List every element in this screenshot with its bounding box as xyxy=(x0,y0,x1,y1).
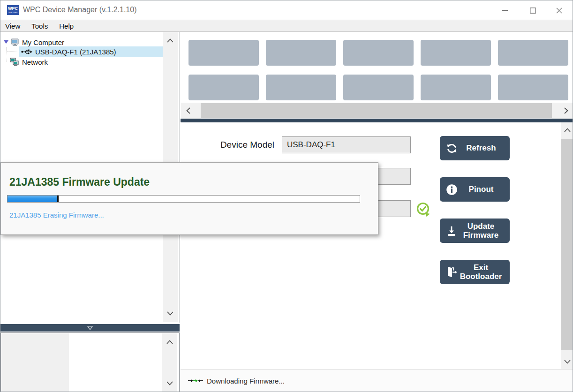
firmware-up-to-date-icon xyxy=(416,202,431,219)
refresh-icon xyxy=(445,142,458,155)
dialog-title: 21JA1385 Firmware Update xyxy=(9,176,150,188)
chevron-up-icon xyxy=(564,128,571,132)
maximize-icon xyxy=(530,8,536,14)
update-firmware-button[interactable]: Update Firmware xyxy=(440,219,510,243)
app-logo-subtext: SYSTEMS xyxy=(7,12,19,14)
exit-door-icon xyxy=(445,265,458,279)
expander-arrow-icon[interactable] xyxy=(3,40,9,45)
update-button-line2: Firmware xyxy=(458,231,504,240)
tiles-scroll-right-arrow[interactable] xyxy=(559,104,573,117)
status-bar-text: Downloading Firmware... xyxy=(207,377,285,385)
pinout-button[interactable]: Pinout xyxy=(440,177,510,202)
tree-item-label: My Computer xyxy=(22,38,64,46)
exit-bootloader-button[interactable]: Exit Bootloader xyxy=(440,260,510,284)
tree-item-my-computer[interactable]: My Computer xyxy=(3,37,64,47)
exit-button-line2: Bootloader xyxy=(458,272,504,281)
close-button[interactable] xyxy=(548,0,570,20)
usb-icon xyxy=(21,49,32,55)
app-logo-text: WPC xyxy=(8,6,18,11)
tree-connector-line xyxy=(7,52,19,52)
placeholder-tile[interactable] xyxy=(343,40,414,66)
tree-item-label: Network xyxy=(22,58,48,66)
tree-item-network[interactable]: Network xyxy=(10,57,48,67)
menu-bar: View Tools Help xyxy=(0,20,573,32)
placeholder-tile[interactable] xyxy=(498,75,568,100)
panel-splitter[interactable] xyxy=(0,324,180,332)
firmware-progress-bar xyxy=(7,195,360,203)
tree-scroll-down-arrow[interactable] xyxy=(163,307,178,320)
data-transfer-arrows-icon xyxy=(188,377,203,385)
log-panel-gutter xyxy=(1,333,69,392)
placeholder-tile[interactable] xyxy=(266,75,336,100)
menu-view[interactable]: View xyxy=(0,20,26,32)
firmware-update-dialog: 21JA1385 Firmware Update 21JA1385 Erasin… xyxy=(0,162,378,235)
info-icon xyxy=(445,183,458,196)
device-detail-panel xyxy=(181,122,573,369)
progress-fill xyxy=(8,196,57,202)
chevron-right-icon xyxy=(564,107,568,114)
title-bar: WPC SYSTEMS WPC Device Manager (v.1.2.1.… xyxy=(0,0,573,20)
placeholder-tile[interactable] xyxy=(421,40,491,66)
pinout-button-label: Pinout xyxy=(458,185,504,194)
tree-connector-line xyxy=(7,47,7,62)
app-logo: WPC SYSTEMS xyxy=(7,5,19,15)
placeholder-tile[interactable] xyxy=(498,40,568,66)
refresh-button[interactable]: Refresh xyxy=(440,136,510,160)
section-separator xyxy=(181,119,573,122)
menu-help[interactable]: Help xyxy=(53,20,79,32)
placeholder-tile[interactable] xyxy=(421,75,491,100)
tiles-scroll-left-arrow[interactable] xyxy=(181,104,195,117)
placeholder-tile[interactable] xyxy=(266,40,336,66)
progress-cursor xyxy=(57,196,59,202)
log-scroll-up-arrow[interactable] xyxy=(162,335,177,348)
chevron-down-icon xyxy=(564,360,571,364)
device-model-field[interactable]: USB-DAQ-F1 xyxy=(282,136,411,153)
detail-v-scrollbar-thumb[interactable] xyxy=(561,139,573,350)
exit-button-line1: Exit xyxy=(458,263,504,272)
network-icon xyxy=(10,58,19,66)
chevron-down-icon xyxy=(166,381,173,385)
log-scroll-down-arrow[interactable] xyxy=(162,377,177,390)
detail-scroll-up-arrow[interactable] xyxy=(561,124,573,136)
computer-icon xyxy=(11,38,19,46)
status-bar: Downloading Firmware... xyxy=(181,369,573,392)
download-icon xyxy=(445,225,458,237)
close-icon xyxy=(556,8,562,14)
maximize-button[interactable] xyxy=(522,0,543,20)
placeholder-tile[interactable] xyxy=(188,75,259,100)
minimize-button[interactable] xyxy=(494,0,515,20)
collapse-triangle-icon xyxy=(87,326,93,330)
tree-item-usb-daq-f1[interactable]: USB-DAQ-F1 (21JA1385) xyxy=(19,46,163,57)
chevron-down-icon xyxy=(167,311,173,316)
chevron-up-icon xyxy=(166,340,173,344)
menu-tools[interactable]: Tools xyxy=(26,20,53,32)
log-panel xyxy=(0,332,180,392)
detail-scroll-down-arrow[interactable] xyxy=(561,355,573,368)
tree-scroll-up-arrow[interactable] xyxy=(163,34,178,47)
minimize-icon xyxy=(502,8,508,14)
dialog-status-text: 21JA1385 Erasing Firmware... xyxy=(9,211,104,219)
placeholder-tile[interactable] xyxy=(188,40,259,66)
device-model-label: Device Model xyxy=(181,140,274,150)
chevron-up-icon xyxy=(167,38,173,43)
refresh-button-label: Refresh xyxy=(458,143,504,153)
chevron-left-icon xyxy=(186,107,190,114)
window-title: WPC Device Manager (v.1.2.1.10) xyxy=(23,6,136,14)
tree-item-label: USB-DAQ-F1 (21JA1385) xyxy=(35,48,116,56)
channel-tile-grid xyxy=(181,32,573,103)
placeholder-tile[interactable] xyxy=(343,75,414,100)
tiles-h-scrollbar-thumb[interactable] xyxy=(201,103,552,118)
update-button-line1: Update xyxy=(458,222,504,231)
